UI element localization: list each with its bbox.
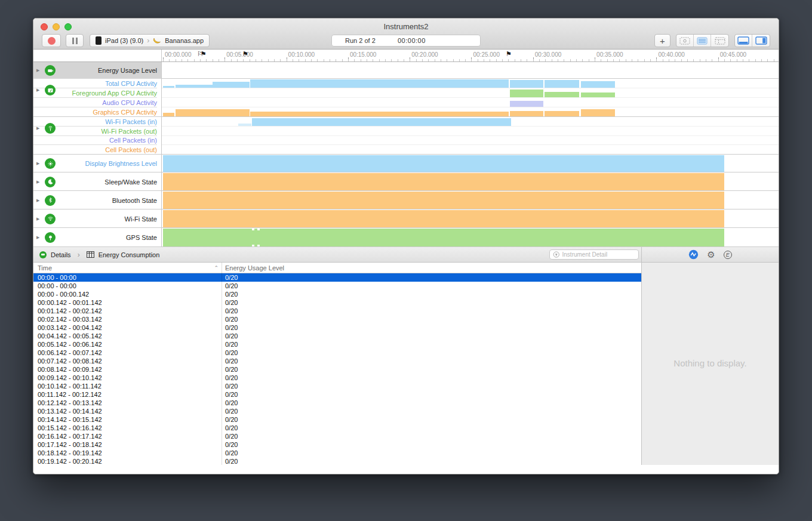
- instrument-detail-search[interactable]: [549, 249, 639, 260]
- gear-icon[interactable]: ⚙: [707, 250, 715, 259]
- track-label-cell[interactable]: ▶Sleep/Wake State: [33, 172, 162, 191]
- column-header-energy[interactable]: Energy Usage Level: [222, 264, 284, 272]
- track-label-cell[interactable]: ▶Display Brightness Level: [33, 155, 162, 172]
- disclosure-triangle-icon[interactable]: ▶: [36, 198, 41, 203]
- target-selector[interactable]: iPad (3) (9.0) › Bananas.app: [90, 34, 210, 47]
- track-label-cell[interactable]: ▶Energy Usage Level: [33, 62, 162, 79]
- ipad-icon: [96, 36, 102, 45]
- cell-energy-level: 0/20: [222, 274, 238, 281]
- track-row[interactable]: ▶Wi-Fi Packets (in)Wi-Fi Packets (out)Ce…: [33, 117, 779, 155]
- table-row[interactable]: 00:00 - 00:000/20: [33, 273, 641, 282]
- strategy-view-button[interactable]: [676, 35, 694, 47]
- breadcrumb-details[interactable]: Details: [51, 251, 71, 258]
- table-row[interactable]: 00:05.142 - 00:06.1420/20: [33, 340, 641, 349]
- timeline-flag-icon[interactable]: ⚑: [506, 50, 509, 58]
- table-row[interactable]: 00:00 - 00:00.1420/20: [33, 290, 641, 298]
- bottom-pane-toggle[interactable]: [735, 35, 752, 47]
- track-label-cell[interactable]: ▶Wi-Fi State: [33, 209, 162, 228]
- track-row[interactable]: ▶Total CPU ActivityForeground App CPU Ac…: [33, 79, 779, 117]
- column-divider[interactable]: [222, 263, 222, 465]
- table-row[interactable]: 00:01.142 - 00:02.1420/20: [33, 307, 641, 315]
- table-row[interactable]: 00:07.142 - 00:08.1420/20: [33, 357, 641, 365]
- table-row[interactable]: 00:00.142 - 00:01.1420/20: [33, 298, 641, 307]
- track-row[interactable]: ▶Display Brightness Level: [33, 155, 779, 172]
- cell-energy-level: 0/20: [222, 408, 238, 415]
- battery-icon: [45, 65, 56, 76]
- activity-bar: [163, 192, 724, 209]
- track-row[interactable]: ▶Sleep/Wake State: [33, 172, 779, 191]
- track-row[interactable]: ▶GPS State: [33, 228, 779, 247]
- list-view-icon: [697, 37, 708, 45]
- pause-button[interactable]: [66, 34, 84, 47]
- activity-bar: [163, 155, 724, 172]
- table-row[interactable]: 00:03.142 - 00:04.1420/20: [33, 323, 641, 332]
- disclosure-triangle-icon[interactable]: ▶: [36, 217, 41, 221]
- track-plot-area: [162, 79, 779, 117]
- track-label-cell[interactable]: ▶Bluetooth State: [33, 191, 162, 209]
- window-title: Instruments2: [33, 22, 779, 31]
- track-row[interactable]: ▶Bluetooth State: [33, 191, 779, 209]
- chevron-right-icon: ›: [147, 36, 149, 45]
- cell-energy-level: 0/20: [222, 291, 238, 298]
- bottom-pane-toggle-icon: [737, 36, 749, 45]
- disclosure-triangle-icon[interactable]: ▶: [36, 126, 41, 131]
- timeline-flag-icon[interactable]: ⚑: [242, 50, 246, 58]
- table-grid-icon: [87, 251, 94, 258]
- table-body[interactable]: 00:00 - 00:000/2000:00 - 00:000/2000:00 …: [33, 273, 641, 465]
- table-row[interactable]: 00:02.142 - 00:03.1420/20: [33, 315, 641, 323]
- device-name: iPad (3) (9.0): [105, 37, 143, 44]
- search-input[interactable]: [562, 251, 635, 258]
- record-settings-icon[interactable]: [688, 249, 699, 260]
- ruler-left-spacer: [33, 50, 162, 61]
- ruler-tick-label: 00:25.000: [473, 51, 500, 58]
- ruler-tick-label: 00:40.000: [658, 51, 685, 58]
- run-time-display[interactable]: Run 2 of 2 00:00:00: [331, 35, 481, 47]
- table-row[interactable]: 00:16.142 - 00:17.1420/20: [33, 432, 641, 440]
- activity-bar: [545, 80, 579, 88]
- disclosure-triangle-icon[interactable]: ▶: [36, 68, 41, 73]
- track-lane: [162, 98, 779, 107]
- table-row[interactable]: 00:11.142 - 00:12.1420/20: [33, 390, 641, 399]
- right-pane-toggle[interactable]: [752, 35, 770, 47]
- track-label-cell[interactable]: ▶GPS State: [33, 228, 162, 247]
- disclosure-triangle-icon[interactable]: ▶: [36, 235, 41, 240]
- table-row[interactable]: 00:10.142 - 00:11.1420/20: [33, 382, 641, 390]
- table-row[interactable]: 00:18.142 - 00:19.1420/20: [33, 449, 641, 457]
- column-header-time[interactable]: Time ⌃: [33, 264, 222, 272]
- state-change-marker: [252, 245, 254, 246]
- timeline-flag-icon[interactable]: ⚐⚑: [197, 50, 204, 58]
- activity-bar: [545, 92, 579, 97]
- track-row[interactable]: ▶Energy Usage Level: [33, 62, 779, 79]
- table-row[interactable]: 00:12.142 - 00:13.1420/20: [33, 399, 641, 407]
- extended-detail-icon[interactable]: E: [724, 251, 732, 259]
- track-lane: [162, 191, 779, 209]
- table-row[interactable]: 00:13.142 - 00:14.1420/20: [33, 407, 641, 415]
- activity-bar: [510, 90, 543, 97]
- track-label-cell[interactable]: ▶Total CPU ActivityForeground App CPU Ac…: [33, 79, 162, 117]
- disclosure-triangle-icon[interactable]: ▶: [36, 180, 41, 184]
- cell-time: 00:03.142 - 00:04.142: [33, 324, 222, 331]
- table-row[interactable]: 00:00 - 00:000/20: [33, 282, 641, 290]
- table-view-button[interactable]: [711, 35, 728, 47]
- track-row[interactable]: ▶Wi-Fi State: [33, 209, 779, 228]
- table-row[interactable]: 00:08.142 - 00:09.1420/20: [33, 365, 641, 374]
- table-row[interactable]: 00:19.142 - 00:20.1420/20: [33, 457, 641, 465]
- table-row[interactable]: 00:17.142 - 00:18.1420/20: [33, 440, 641, 449]
- disclosure-triangle-icon[interactable]: ▶: [36, 88, 41, 93]
- disclosure-triangle-icon[interactable]: ▶: [36, 161, 41, 166]
- add-instrument-button[interactable]: +: [654, 34, 670, 47]
- table-row[interactable]: 00:14.142 - 00:15.1420/20: [33, 415, 641, 424]
- breadcrumb-separator-icon: ›: [78, 251, 80, 259]
- table-row[interactable]: 00:04.142 - 00:05.1420/20: [33, 332, 641, 340]
- table-row[interactable]: 00:09.142 - 00:10.1420/20: [33, 374, 641, 382]
- cell-time: 00:04.142 - 00:05.142: [33, 332, 222, 340]
- record-button[interactable]: [42, 34, 61, 47]
- list-view-button[interactable]: [694, 35, 711, 47]
- table-row[interactable]: 00:06.142 - 00:07.1420/20: [33, 349, 641, 357]
- cell-energy-level: 0/20: [222, 391, 238, 398]
- ruler-track[interactable]: 00:00.00000:05.00000:10.00000:15.00000:2…: [162, 50, 779, 61]
- track-head: ▶: [36, 195, 56, 206]
- table-row[interactable]: 00:15.142 - 00:16.1420/20: [33, 424, 641, 432]
- breadcrumb-instrument[interactable]: Energy Consumption: [99, 251, 160, 258]
- track-label-cell[interactable]: ▶Wi-Fi Packets (in)Wi-Fi Packets (out)Ce…: [33, 117, 162, 155]
